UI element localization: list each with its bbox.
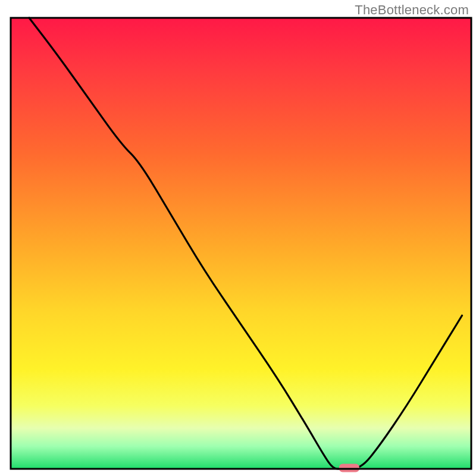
bottleneck-chart <box>0 0 476 476</box>
chart-container: TheBottleneck.com <box>0 0 476 476</box>
optimal-marker <box>339 464 359 472</box>
